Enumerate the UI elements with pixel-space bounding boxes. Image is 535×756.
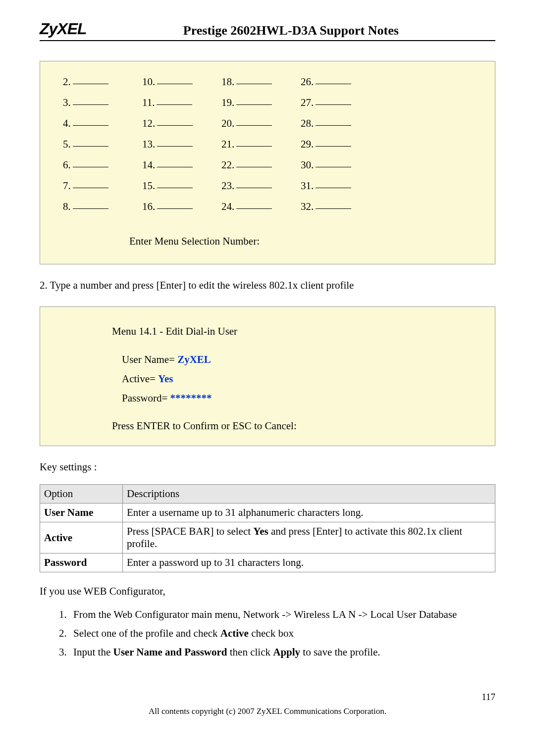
option-name: Active: [40, 522, 123, 554]
menu-item: 24.: [221, 196, 296, 217]
menu-item: 8.: [63, 196, 137, 217]
option-name: User Name: [40, 504, 123, 522]
menu-item: 15.: [142, 175, 216, 196]
step-instruction: 2. Type a number and press [Enter] to ed…: [40, 279, 495, 292]
menu-grid: 2.10.18.26.3.11.19.27.4.12.20.28.5.13.21…: [63, 71, 480, 217]
menu-item: 4.: [63, 113, 137, 134]
edit-active-label: Active=: [122, 373, 158, 385]
list-item: Select one of the profile and check Acti…: [69, 624, 495, 643]
document-title: Prestige 2602HWL-D3A Support Notes: [87, 23, 495, 38]
edit-username-row: User Name= ZyXEL: [122, 350, 480, 369]
edit-active-value: Yes: [158, 373, 173, 385]
edit-username-label: User Name=: [122, 353, 177, 365]
options-header-option: Option: [40, 485, 123, 504]
menu-item: 3.: [63, 92, 137, 113]
edit-password-row: Password= ********: [122, 389, 480, 408]
menu-item: 26.: [301, 71, 375, 92]
page: ZyXEL Prestige 2602HWL-D3A Support Notes…: [20, 0, 515, 736]
menu-item: 7.: [63, 175, 137, 196]
edit-box-title: Menu 14.1 - Edit Dial-in User: [112, 322, 480, 341]
option-description: Enter a username up to 31 alphanumeric c…: [123, 504, 495, 522]
menu-item: 14.: [142, 154, 216, 175]
list-item: From the Web Configurator main menu, Net…: [69, 605, 495, 624]
menu-item: 12.: [142, 113, 216, 134]
menu-item: 27.: [301, 92, 375, 113]
page-header: ZyXEL Prestige 2602HWL-D3A Support Notes: [40, 20, 495, 41]
edit-active-row: Active= Yes: [122, 369, 480, 389]
option-description: Press [SPACE BAR] to select Yes and pres…: [123, 522, 495, 554]
menu-item: 6.: [63, 154, 137, 175]
edit-password-label: Password=: [122, 392, 170, 404]
edit-password-value: ********: [170, 392, 212, 404]
table-row: PasswordEnter a password up to 31 charac…: [40, 554, 495, 572]
logo-text: ZyXEL: [40, 20, 87, 38]
table-row: User NameEnter a username up to 31 alpha…: [40, 504, 495, 522]
menu-item: 23.: [221, 175, 296, 196]
menu-item: 5.: [63, 134, 137, 154]
list-item: Input the User Name and Password then cl…: [69, 643, 495, 662]
option-description: Enter a password up to 31 characters lon…: [123, 554, 495, 572]
copyright-footer: All contents copyright (c) 2007 ZyXEL Co…: [40, 706, 495, 716]
menu-item: 19.: [221, 92, 296, 113]
menu-item: 31.: [301, 175, 375, 196]
table-row: ActivePress [SPACE BAR] to select Yes an…: [40, 522, 495, 554]
key-settings-heading: Key settings :: [40, 461, 495, 473]
menu-item: 13.: [142, 134, 216, 154]
menu-item: 18.: [221, 71, 296, 92]
web-config-steps: From the Web Configurator main menu, Net…: [40, 605, 495, 661]
menu-selection-box: 2.10.18.26.3.11.19.27.4.12.20.28.5.13.21…: [40, 61, 495, 264]
menu-item: 2.: [63, 71, 137, 92]
menu-item: 29.: [301, 134, 375, 154]
menu-item: 28.: [301, 113, 375, 134]
option-name: Password: [40, 554, 123, 572]
menu-item: 16.: [142, 196, 216, 217]
menu-prompt: Enter Menu Selection Number:: [129, 231, 480, 252]
menu-item: 11.: [142, 92, 216, 113]
menu-item: 21.: [221, 134, 296, 154]
edit-confirm-line: Press ENTER to Confirm or ESC to Cancel:: [112, 416, 480, 436]
edit-username-value: ZyXEL: [177, 353, 211, 365]
edit-dialin-box: Menu 14.1 - Edit Dial-in User User Name=…: [40, 306, 495, 446]
page-number: 117: [482, 692, 495, 703]
menu-item: 22.: [221, 154, 296, 175]
web-config-intro: If you use WEB Configurator,: [40, 585, 495, 598]
menu-item: 30.: [301, 154, 375, 175]
menu-item: 10.: [142, 71, 216, 92]
menu-item: 20.: [221, 113, 296, 134]
options-table: Option Descriptions User NameEnter a use…: [40, 484, 495, 572]
menu-item: 32.: [301, 196, 375, 217]
options-header-desc: Descriptions: [123, 485, 495, 504]
